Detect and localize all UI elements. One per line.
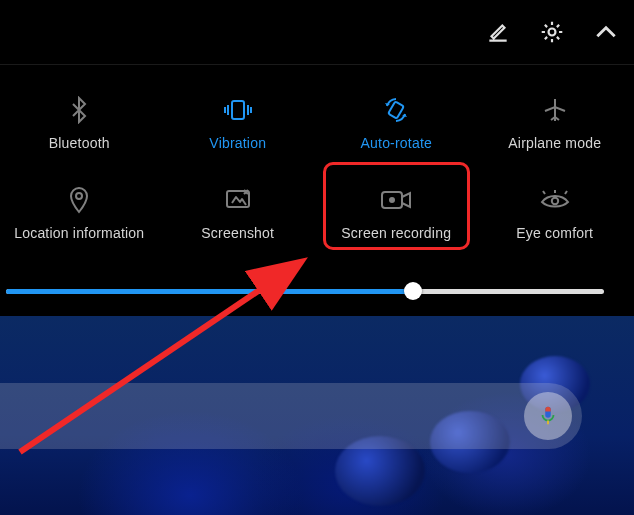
voice-search-button[interactable] (524, 392, 572, 440)
tile-label: Location information (14, 225, 144, 241)
tile-vibration[interactable]: Vibration (159, 78, 318, 168)
tile-eye-comfort[interactable]: Eye comfort (476, 168, 635, 258)
location-icon (68, 186, 90, 214)
brightness-fill (6, 289, 413, 294)
tile-label: Eye comfort (516, 225, 593, 241)
panel-header-actions (484, 18, 620, 46)
collapse-button[interactable] (592, 18, 620, 46)
quick-settings-grid: Bluetooth Vibration Auto-rotate Air (0, 78, 634, 258)
microphone-icon (537, 405, 559, 427)
tile-label: Screen recording (341, 225, 451, 241)
svg-point-0 (549, 29, 556, 36)
svg-point-6 (389, 197, 395, 203)
vibration-icon (222, 98, 254, 122)
tile-label: Vibration (209, 135, 266, 151)
panel-divider (0, 64, 634, 65)
svg-point-3 (76, 193, 82, 199)
airplane-icon (542, 97, 568, 123)
svg-rect-1 (232, 101, 244, 119)
tile-label: Airplane mode (508, 135, 601, 151)
settings-button[interactable] (538, 18, 566, 46)
edit-button[interactable] (484, 18, 512, 46)
search-bar[interactable] (0, 383, 582, 449)
screenrecord-icon (380, 189, 412, 211)
tile-label: Bluetooth (49, 135, 110, 151)
screenshot-icon (224, 188, 252, 212)
brightness-thumb[interactable] (404, 282, 422, 300)
eye-icon (540, 190, 570, 210)
svg-point-7 (552, 198, 558, 204)
bluetooth-icon (67, 96, 91, 124)
brightness-track (6, 289, 604, 294)
tile-label: Auto-rotate (361, 135, 432, 151)
tile-bluetooth[interactable]: Bluetooth (0, 78, 159, 168)
edit-icon (485, 19, 511, 45)
quick-settings-panel: Bluetooth Vibration Auto-rotate Air (0, 0, 634, 316)
chevron-up-icon (593, 19, 619, 45)
tile-screenshot[interactable]: Screenshot (159, 168, 318, 258)
tile-autorotate[interactable]: Auto-rotate (317, 78, 476, 168)
autorotate-icon (382, 96, 410, 124)
tile-screen-recording[interactable]: Screen recording (317, 168, 476, 258)
tile-airplane[interactable]: Airplane mode (476, 78, 635, 168)
gear-icon (539, 19, 565, 45)
svg-rect-2 (388, 101, 404, 118)
tile-location[interactable]: Location information (0, 168, 159, 258)
brightness-slider[interactable] (6, 286, 604, 296)
tile-label: Screenshot (201, 225, 274, 241)
